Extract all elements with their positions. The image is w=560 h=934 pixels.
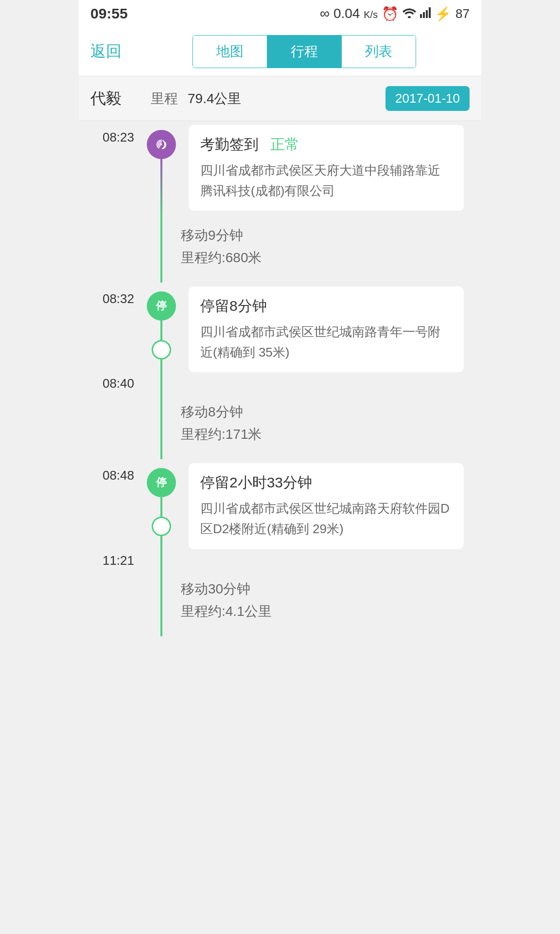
trip-date: 2017-01-10 [385,86,470,111]
event-3: 08:48 停 停留2小时33分钟 四川省成都市武侯区世纪城南路天府软件园D区D… [79,459,481,553]
movement-1-mileage: 里程约:680米 [181,249,481,267]
nav-bar: 返回 地图 行程 列表 [79,27,481,76]
movement-1: 移动9分钟 里程约:680米 [79,215,481,283]
tab-map[interactable]: 地图 [193,36,267,68]
movement-3-content: 移动30分钟 里程约:4.1公里 [181,568,481,636]
end-node-1 [152,340,171,359]
movement-2-icon [142,391,181,459]
svg-point-5 [161,144,162,145]
tab-group: 地图 行程 列表 [192,35,416,68]
status-time: 09:55 [90,5,128,22]
icon-placeholder-2 [142,553,181,568]
event-2-content: 停留8分钟 四川省成都市武侯区世纪城南路青年一号附近(精确到 35米) [181,283,481,376]
movement-2-duration: 移动8分钟 [181,403,481,421]
svg-rect-2 [426,10,428,18]
movement-2: 移动8分钟 里程约:171米 [79,391,481,459]
icon-area-3: 停 [142,459,181,553]
movement-3-mileage: 里程约:4.1公里 [181,602,481,621]
checkin-node [147,130,176,159]
icon-area-2: 停 [142,283,181,376]
svg-rect-1 [423,12,425,18]
time-0840-row: 08:40 [79,376,481,391]
event-2-address: 四川省成都市武侯区世纪城南路青年一号附近(精确到 35米) [200,322,452,362]
tab-list[interactable]: 列表 [342,36,416,68]
icon-placeholder [142,376,181,391]
event-1: 08:23 考勤签到 [79,121,481,215]
movement-3-icon [142,568,181,636]
stop-node-2: 停 [147,468,176,497]
svg-rect-0 [420,14,422,18]
signal-icon [420,6,431,21]
event-1-card: 考勤签到 正常 四川省成都市武侯区天府大道中段辅路靠近腾讯科技(成都)有限公司 [189,125,464,211]
time-1121-row: 11:21 [79,553,481,568]
mileage-label: 里程 [151,90,178,108]
event-2: 08:32 停 停留8分钟 四川省成都市武侯区世纪城南路青年一号附近(精确到 3… [79,283,481,376]
status-bar: 09:55 ∞ 0.04 K/s ⏰ ⚡ 87 [79,0,481,27]
svg-rect-3 [429,7,431,18]
icon-area-1 [142,121,181,215]
movement-2-time [79,391,142,459]
movement-1-duration: 移动9分钟 [181,226,481,245]
time-0823: 08:23 [79,121,142,215]
timeline: 08:23 考勤签到 [79,121,481,636]
status-icons: ∞ 0.04 K/s ⏰ ⚡ 87 [320,6,470,22]
movement-2-mileage: 里程约:171米 [181,425,481,444]
movement-3-duration: 移动30分钟 [181,580,481,598]
event-3-title: 停留2小时33分钟 [200,473,452,493]
movement-1-icon [142,215,181,283]
event-3-address: 四川省成都市武侯区世纪城南路天府软件园D区D2楼附近(精确到 29米) [200,499,452,539]
movement-3: 移动30分钟 里程约:4.1公里 [79,568,481,636]
event-1-content: 考勤签到 正常 四川省成都市武侯区天府大道中段辅路靠近腾讯科技(成都)有限公司 [181,121,481,215]
charging-icon: ⚡ [435,6,452,22]
movement-3-time [79,568,142,636]
tab-journey[interactable]: 行程 [267,36,342,68]
speed-display: 0.04 K/s [333,6,378,21]
battery-level: 87 [455,6,470,21]
time-1121: 11:21 [79,553,142,568]
event-3-content: 停留2小时33分钟 四川省成都市武侯区世纪城南路天府软件园D区D2楼附近(精确到… [181,459,481,553]
time-0832: 08:32 [79,283,142,376]
infinity-icon: ∞ [320,6,330,21]
movement-1-time [79,215,142,283]
event-1-address: 四川省成都市武侯区天府大道中段辅路靠近腾讯科技(成都)有限公司 [200,161,452,201]
mileage-value: 79.4公里 [188,90,242,108]
wifi-icon [402,6,416,21]
header-info: 代毅 里程 79.4公里 2017-01-10 [79,76,481,121]
stop-node-1: 停 [147,291,176,321]
end-node-2 [152,517,171,536]
movement-1-content: 移动9分钟 里程约:680米 [181,215,481,283]
back-button[interactable]: 返回 [90,41,129,62]
event-1-status: 正常 [270,136,299,152]
event-2-title: 停留8分钟 [200,296,452,316]
event-1-title: 考勤签到 正常 [200,135,452,155]
event-2-card: 停留8分钟 四川省成都市武侯区世纪城南路青年一号附近(精确到 35米) [189,287,464,372]
time-0840: 08:40 [79,376,142,391]
time-0848: 08:48 [79,459,142,553]
clock-icon: ⏰ [382,6,399,22]
driver-name: 代毅 [90,88,122,109]
event-3-card: 停留2小时33分钟 四川省成都市武侯区世纪城南路天府软件园D区D2楼附近(精确到… [189,463,464,549]
movement-2-content: 移动8分钟 里程约:171米 [181,391,481,459]
